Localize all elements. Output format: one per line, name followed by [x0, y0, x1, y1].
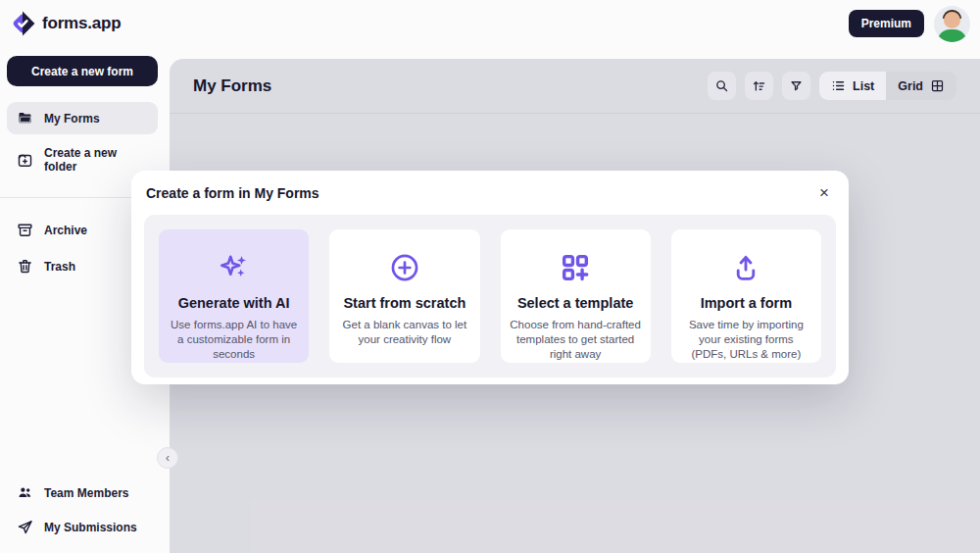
sparkles-icon: [217, 250, 252, 285]
sidebar-item-label: My Forms: [44, 112, 100, 126]
import-icon: [729, 250, 762, 285]
main-header: My Forms: [170, 59, 980, 114]
send-icon: [17, 519, 33, 535]
card-description: Choose from hand-crafted templates to ge…: [510, 318, 642, 363]
sidebar-item-my-forms[interactable]: My Forms: [7, 102, 158, 134]
card-title: Select a template: [517, 295, 633, 311]
sidebar-item-team-members[interactable]: Team Members: [7, 477, 158, 509]
avatar-shirt: [938, 29, 966, 42]
filter-button[interactable]: [782, 72, 810, 100]
search-button[interactable]: [708, 72, 736, 100]
premium-button[interactable]: Premium: [849, 10, 924, 37]
template-icon: [559, 250, 592, 285]
plus-circle-icon: [388, 250, 421, 285]
card-description: Use forms.app AI to have a customizable …: [168, 318, 300, 363]
toolbar: List Grid: [708, 72, 956, 100]
sidebar-item-label: Team Members: [44, 486, 128, 500]
create-new-form-button[interactable]: Create a new form: [7, 56, 158, 86]
sort-button[interactable]: [745, 72, 773, 100]
brand-logo[interactable]: forms.app: [10, 11, 121, 36]
sidebar-item-label: Trash: [44, 260, 75, 274]
sidebar-collapse-button[interactable]: ‹: [157, 447, 178, 469]
modal-header: Create a form in My Forms ×: [131, 171, 849, 211]
view-toggle-list[interactable]: List: [819, 72, 886, 100]
card-title: Start from scratch: [343, 295, 466, 311]
card-select-a-template[interactable]: Select a template Choose from hand-craft…: [501, 229, 651, 363]
sidebar-item-my-submissions[interactable]: My Submissions: [7, 511, 158, 543]
sidebar-item-label: My Submissions: [44, 521, 137, 534]
modal-body: Generate with AI Use forms.app AI to hav…: [144, 215, 836, 377]
folder-plus-icon: [17, 152, 33, 169]
trash-icon: [17, 258, 33, 275]
sort-icon: [752, 78, 766, 93]
grid-icon: [930, 78, 945, 93]
list-icon: [831, 78, 846, 93]
archive-icon: [17, 222, 33, 238]
team-icon: [17, 484, 33, 501]
modal-title: Create a form in My Forms: [146, 185, 319, 201]
search-icon: [714, 78, 729, 93]
sidebar-item-label: Archive: [44, 224, 87, 237]
card-generate-with-ai[interactable]: Generate with AI Use forms.app AI to hav…: [159, 229, 309, 363]
filter-icon: [789, 78, 804, 93]
top-bar: forms.app Premium: [0, 0, 980, 47]
brand-name: forms.app: [42, 14, 121, 33]
sidebar-item-label: Create a new folder: [44, 146, 148, 174]
create-form-modal: Create a form in My Forms × Generate wit…: [131, 171, 849, 384]
user-avatar[interactable]: [934, 6, 970, 42]
close-icon[interactable]: ×: [815, 182, 833, 203]
card-title: Generate with AI: [178, 295, 290, 311]
folder-icon: [17, 110, 33, 126]
page-title: My Forms: [193, 76, 271, 96]
grid-label: Grid: [898, 79, 923, 93]
forms-app-logo-icon: [10, 11, 35, 36]
view-toggle-grid[interactable]: Grid: [886, 72, 956, 100]
card-import-a-form[interactable]: Import a form Save time by importing you…: [671, 229, 821, 363]
card-description: Get a blank canvas to let your creativit…: [338, 318, 470, 347]
list-label: List: [853, 79, 874, 93]
card-start-from-scratch[interactable]: Start from scratch Get a blank canvas to…: [329, 229, 479, 363]
card-description: Save time by importing your existing for…: [680, 318, 812, 363]
avatar-face: [944, 12, 960, 28]
chevron-left-icon: ‹: [166, 451, 170, 465]
card-title: Import a form: [701, 295, 792, 311]
view-toggle: List Grid: [819, 72, 956, 100]
